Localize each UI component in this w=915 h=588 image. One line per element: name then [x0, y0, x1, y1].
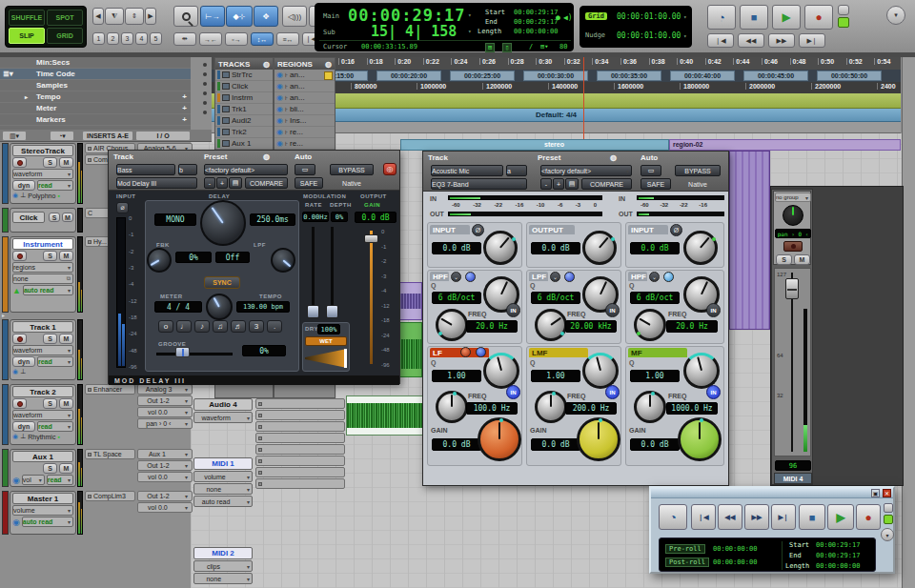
phase-button[interactable]: Ø	[670, 224, 682, 236]
record-enable-button[interactable]	[783, 241, 803, 252]
q-knob[interactable]	[483, 353, 519, 389]
elastic-plugin-label[interactable]: Rhythmic	[28, 434, 55, 440]
transport-mini-green-button[interactable]	[838, 17, 849, 28]
expand-arrow-icon[interactable]: ▸	[25, 93, 28, 100]
freq-knob[interactable]	[436, 309, 468, 341]
ruler-meter[interactable]: Meter+	[0, 103, 191, 114]
track-color-bar[interactable]	[2, 449, 9, 487]
band-in-button[interactable]: IN	[706, 303, 721, 317]
vertical-scrollbar[interactable]	[902, 57, 915, 588]
filter-shape-button[interactable]	[465, 272, 476, 282]
q-display[interactable]: 1.00	[531, 370, 580, 382]
meter-add-icon[interactable]: +	[182, 104, 191, 112]
main-counter-caret[interactable]: ▾	[468, 11, 472, 18]
grid-value-label[interactable]: Grid	[585, 12, 607, 20]
automation-button[interactable]: ▭	[640, 165, 661, 176]
pre-roll-button[interactable]: Pre-roll	[665, 544, 705, 554]
mute-button[interactable]: M	[59, 334, 73, 344]
mix-display[interactable]: 100%	[317, 324, 340, 335]
stop-button[interactable]: ■	[740, 5, 768, 30]
q-display[interactable]: 1.00	[432, 370, 481, 382]
q-knob[interactable]	[683, 353, 720, 389]
gain-display[interactable]: 0.0 dB	[432, 438, 481, 451]
track-view-dropdown[interactable]: waveform▾	[12, 345, 73, 355]
main-counter[interactable]: 00:00:29:17	[348, 6, 466, 25]
transport-menu-button[interactable]: ▾	[881, 528, 894, 541]
go-to-end-button[interactable]: ▶❘	[799, 33, 825, 48]
rewind-button[interactable]: ◀◀	[718, 504, 742, 530]
elastic-plugin-label[interactable]: Polyphno	[28, 193, 55, 199]
insert-slot[interactable]	[255, 456, 345, 466]
depth-display[interactable]: 0%	[331, 212, 348, 222]
link-timeline-button[interactable]: ▫→	[225, 32, 248, 46]
record-enable-button[interactable]	[12, 398, 27, 409]
rate-display[interactable]: 0.00Hz	[302, 212, 329, 222]
delay-time-display[interactable]: 250.0ms	[250, 213, 295, 226]
regions-list-item[interactable]: ◉⊦Ins...	[274, 115, 335, 127]
dyn-button[interactable]: dyn	[12, 421, 35, 432]
zoom-in-arrow[interactable]: ▶	[145, 8, 156, 25]
marker-add-icon[interactable]: +	[182, 115, 191, 124]
target-button[interactable]: ◎	[383, 163, 396, 175]
tracks-list-item[interactable]: StrTrc	[215, 70, 273, 81]
online-button[interactable]: ◔	[707, 5, 736, 30]
velocity-value[interactable]: 80	[559, 43, 567, 51]
tracks-list-item[interactable]: Aux 1	[215, 138, 273, 150]
solo-button[interactable]: S	[43, 334, 57, 344]
restore-icon[interactable]: ▣	[871, 489, 880, 497]
mode-shuffle-button[interactable]: SHUFFLE	[9, 10, 45, 26]
note-value-button[interactable]: ♪	[194, 320, 210, 333]
length-value[interactable]: 00:00:00:00	[816, 562, 860, 570]
sel-length-value[interactable]: 00:00:00:00	[514, 28, 558, 35]
feedback-display[interactable]: 0%	[175, 252, 212, 263]
mute-button[interactable]: M	[59, 398, 73, 409]
track-name[interactable]: Audio 4	[193, 398, 253, 411]
safe-button[interactable]: SAFE	[640, 178, 671, 190]
tempo-add-icon[interactable]: +	[182, 92, 191, 101]
shelf-button[interactable]	[460, 347, 471, 357]
insert-slot[interactable]: CompLim3	[85, 491, 135, 501]
automation-button[interactable]: ▭	[295, 164, 315, 175]
solo-button[interactable]: S	[43, 463, 57, 474]
groove-slider-handle[interactable]	[175, 347, 190, 357]
mode-grid-button[interactable]: GRID	[47, 28, 83, 44]
insert-slot[interactable]: Enhancer	[85, 384, 135, 395]
toolbar-menu-button[interactable]: ▾	[886, 6, 905, 25]
ruler-samples[interactable]: Samples	[0, 80, 191, 91]
record-button[interactable]: ●	[804, 5, 833, 30]
peak-button[interactable]	[476, 347, 486, 357]
insert-slot[interactable]	[255, 421, 345, 432]
clip-midi-purple[interactable]	[729, 151, 770, 330]
io-column-header[interactable]: I / O	[135, 131, 191, 141]
preset-save-icon[interactable]: ▤	[229, 177, 242, 189]
track-name[interactable]: StereoTrack	[12, 145, 73, 156]
band-in-button[interactable]: IN	[506, 303, 520, 317]
io-slot[interactable]: Out 1-2▾	[137, 491, 193, 501]
mini-track-row[interactable]: volume▾	[193, 471, 253, 482]
delay-mode-display[interactable]: MONO	[154, 213, 196, 226]
regions-list-item[interactable]: ◉⊦bli...	[274, 104, 335, 115]
insert-slot[interactable]	[255, 433, 345, 443]
group-dropdown[interactable]: none⧉	[12, 274, 73, 284]
tempo-knob[interactable]	[206, 294, 233, 320]
pan-display[interactable]: pan › 0 ‹	[775, 229, 811, 238]
group-selector[interactable]: no group▾	[775, 193, 811, 202]
note-value-button[interactable]: .	[267, 320, 282, 333]
note-value-button[interactable]: 3	[249, 320, 264, 333]
track-color-bar[interactable]	[2, 319, 9, 380]
tracks-list-item[interactable]: Instrm	[215, 92, 273, 104]
ruler-markers[interactable]: Markers+	[0, 114, 191, 126]
compare-button[interactable]: COMPARE	[581, 178, 632, 190]
tracks-list-item[interactable]: Trk1	[215, 104, 273, 115]
note-value-button[interactable]: ♩	[176, 320, 192, 333]
input-gain-display[interactable]: 0.0 dB	[432, 242, 481, 254]
gain-knob[interactable]	[577, 417, 620, 461]
insert-slot[interactable]	[255, 467, 345, 477]
strip-name-label[interactable]: MIDI 4	[774, 473, 812, 484]
tempo-display[interactable]: 130.00 bpm	[236, 301, 290, 313]
freq-knob[interactable]	[634, 309, 666, 341]
slope-display[interactable]: 6 dB/oct	[531, 292, 580, 304]
track-name[interactable]: Instrument	[12, 238, 73, 250]
zoom-preset-button[interactable]: 2	[107, 32, 119, 45]
sub-counter-caret[interactable]: ▾	[468, 28, 472, 34]
